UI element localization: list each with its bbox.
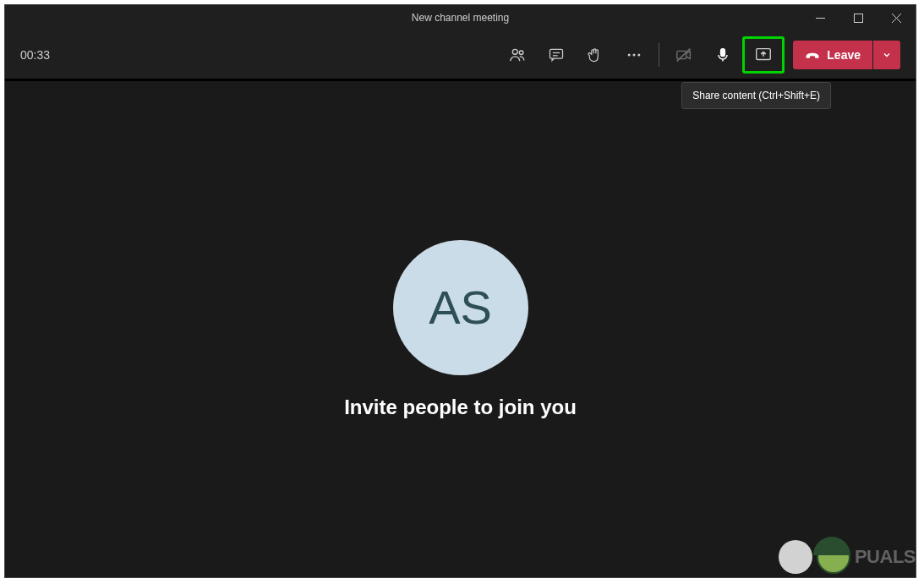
maximize-button[interactable] [839, 5, 878, 30]
camera-off-icon [675, 46, 693, 64]
share-content-button[interactable] [742, 36, 785, 74]
camera-button[interactable] [664, 39, 703, 71]
svg-rect-6 [550, 49, 563, 58]
svg-point-5 [520, 50, 524, 54]
titlebar: New channel meeting [5, 5, 916, 30]
participant-avatar: AS [393, 240, 528, 375]
microphone-button[interactable] [703, 39, 742, 71]
chat-icon [548, 46, 565, 63]
app-window: New channel meeting 00:33 [4, 4, 916, 578]
meeting-stage: AS Invite people to join you [5, 81, 916, 577]
leave-button-group: Leave [793, 41, 900, 69]
svg-point-11 [638, 53, 641, 56]
minimize-button[interactable] [801, 5, 839, 30]
mic-icon [714, 46, 731, 63]
svg-point-4 [513, 49, 518, 54]
watermark-logo-icon [817, 540, 850, 574]
window-controls [801, 5, 916, 30]
toolbar-divider [659, 43, 659, 67]
participants-button[interactable] [498, 39, 537, 71]
svg-rect-14 [721, 48, 725, 56]
svg-rect-1 [855, 14, 863, 22]
leave-label: Leave [827, 48, 861, 62]
share-tooltip: Share content (Ctrl+Shift+E) [681, 82, 831, 109]
raise-hand-button[interactable] [576, 39, 615, 71]
svg-point-10 [633, 53, 636, 56]
people-icon [508, 46, 527, 64]
leave-button[interactable]: Leave [793, 41, 872, 69]
meeting-timer: 00:33 [20, 48, 50, 62]
invite-heading: Invite people to join you [344, 396, 577, 419]
window-title: New channel meeting [5, 12, 916, 24]
more-actions-button[interactable] [615, 39, 653, 71]
more-icon [626, 46, 642, 63]
hangup-icon [805, 47, 820, 63]
share-icon [754, 46, 773, 64]
meeting-toolbar: 00:33 [5, 30, 916, 81]
watermark-text: PUALS [855, 546, 916, 568]
chat-button[interactable] [537, 39, 576, 71]
svg-point-9 [628, 53, 631, 56]
watermark-mark [779, 540, 812, 574]
chevron-down-icon [882, 50, 892, 60]
raise-hand-icon [587, 46, 604, 63]
leave-options-button[interactable] [873, 41, 900, 69]
close-button[interactable] [878, 5, 916, 30]
watermark: PUALS [779, 540, 916, 574]
